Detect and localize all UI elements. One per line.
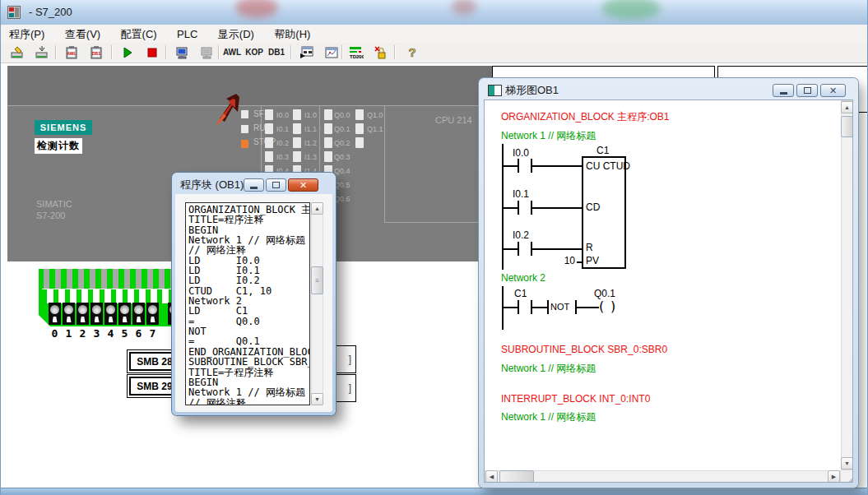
- program-edit-button[interactable]: [6, 44, 29, 61]
- stl-minimize-button[interactable]: [244, 178, 264, 192]
- stop-icon: [146, 46, 159, 59]
- scroll-right-button[interactable]: ▶: [828, 470, 840, 483]
- ladder-maximize-button[interactable]: [796, 84, 818, 97]
- input-switch-2[interactable]: [77, 303, 89, 325]
- coil-right: ): [610, 298, 615, 314]
- toolbar-separator: [165, 45, 167, 59]
- scroll-up-button[interactable]: ▲: [311, 202, 323, 215]
- input-switch-3[interactable]: [91, 303, 103, 325]
- td200-icon: TD200: [349, 46, 364, 59]
- run-icon: [121, 46, 134, 59]
- ladder-hscrollbar[interactable]: [485, 470, 841, 483]
- input-switch-6[interactable]: [132, 303, 145, 325]
- vscroll-thumb[interactable]: ≡: [311, 266, 323, 294]
- chart-window-button[interactable]: [320, 44, 343, 61]
- stl-code-editor[interactable]: ORGANIZATION_BLOCK 主程序:OB1 TITLE=程序注释 BE…: [185, 202, 310, 405]
- switch-bulb: [148, 305, 157, 314]
- menu-display[interactable]: 显示(D): [210, 25, 262, 43]
- help-button[interactable]: ?: [401, 44, 424, 61]
- stl-vscrollbar[interactable]: [311, 202, 323, 405]
- i1-led-column: [293, 109, 301, 176]
- ladder-canvas: ORGANIZATION_BLOCK 主程序:OB1 Network 1 // …: [484, 99, 853, 483]
- menu-config[interactable]: 配置(C): [113, 25, 165, 43]
- svg-text:DB1: DB1: [92, 51, 100, 56]
- td200-button[interactable]: TD200: [345, 44, 368, 61]
- scroll-up-button[interactable]: ▲: [841, 101, 853, 113]
- int-block-header: INTERRUPT_BLOCK INT_0:INT0: [501, 393, 650, 405]
- chart-window-icon: [325, 46, 338, 59]
- mouse-cursor: [208, 90, 246, 132]
- ctud-pv-input: PV: [586, 255, 599, 266]
- not-bar: [547, 300, 549, 314]
- panel-divider: [7, 105, 492, 106]
- stop-led: [241, 140, 248, 148]
- counter-name: C1: [596, 145, 609, 156]
- awl-view-button[interactable]: AWL: [221, 44, 243, 61]
- glass-smudge: [452, 0, 476, 15]
- not-symbol: NOT: [550, 302, 569, 312]
- ladder-window: 梯形图OB1 ✕ ORGANIZATION_BLOCK 主程序:OB1 Netw…: [479, 78, 858, 488]
- ctud-r-input: R: [586, 242, 593, 253]
- program-download-button[interactable]: [30, 44, 53, 61]
- stl-client-area: ORGANIZATION_BLOCK 主程序:OB1 TITLE=程序注释 BE…: [175, 194, 332, 412]
- ladder-close-button[interactable]: ✕: [820, 84, 846, 97]
- help-icon: ?: [406, 46, 419, 59]
- input-switch-7[interactable]: [146, 303, 159, 325]
- resize-grip[interactable]: ◢: [841, 470, 853, 483]
- unlock-button[interactable]: [369, 44, 392, 61]
- hscroll-thumb[interactable]: [499, 470, 534, 483]
- simatic-label: SIMATIC: [36, 199, 72, 209]
- td200-label: TD200: [350, 54, 364, 59]
- toolbar-separator: [394, 45, 396, 59]
- stl-maximize-button[interactable]: [266, 178, 286, 192]
- menu-plc[interactable]: PLC: [169, 25, 206, 44]
- menu-help[interactable]: 帮助(H): [266, 25, 318, 43]
- switch-bulb: [92, 305, 101, 314]
- scroll-down-button[interactable]: ▼: [311, 393, 323, 405]
- terminal-pins: [44, 269, 183, 290]
- stop-button[interactable]: [141, 44, 164, 61]
- input-switch-4[interactable]: [104, 303, 117, 325]
- data-block-button[interactable]: DB1: [85, 44, 108, 61]
- monitor-on-button[interactable]: [170, 44, 193, 61]
- vscroll-thumb[interactable]: [841, 116, 853, 137]
- menu-program[interactable]: 程序(P): [1, 25, 53, 43]
- stl-close-button[interactable]: ✕: [288, 178, 318, 192]
- stl-block-button[interactable]: AWL: [60, 44, 83, 61]
- i0-led-column: [265, 109, 273, 176]
- titlebar[interactable]: - S7_200: [1, 0, 868, 25]
- scroll-left-button[interactable]: ◀: [485, 470, 498, 483]
- program-edit-icon: [11, 46, 24, 59]
- program-download-icon: [35, 46, 49, 59]
- window-bottom-frame: [1, 488, 868, 495]
- kop-view-button[interactable]: KOP: [244, 44, 264, 61]
- switch-bulb: [106, 305, 115, 314]
- monitor-off-button[interactable]: [195, 44, 218, 61]
- ladder-vscrollbar[interactable]: [841, 100, 853, 470]
- contact-label: I0.1: [513, 188, 529, 200]
- q0-labels: Q0.0Q0.1Q0.2Q0.3Q0.4Q0.5Q0.6: [334, 109, 350, 207]
- run-button[interactable]: [116, 44, 139, 61]
- cpu-box-edge: [384, 105, 385, 222]
- switch-bulb: [120, 305, 129, 314]
- sbr-block-header: SUBROUTINE_BLOCK SBR_0:SBR0: [501, 344, 667, 355]
- scroll-down-button[interactable]: ▼: [841, 457, 853, 470]
- flowchart-button[interactable]: [295, 44, 318, 61]
- pot-slot: ]: [348, 353, 351, 365]
- siemens-logo: SIEMENS: [35, 120, 92, 135]
- input-switch-0[interactable]: [49, 303, 61, 325]
- pv-value: 10: [557, 255, 575, 266]
- stl-window-titlebar[interactable]: 程序块 (OB1) ✕: [172, 173, 336, 194]
- toolbar-separator: [290, 45, 292, 59]
- pot-slot: ]: [348, 382, 351, 394]
- ctud-title: CU CTUD: [586, 160, 630, 172]
- stl-window: 程序块 (OB1) ✕ ORGANIZATION_BLOCK 主程序:OB1 T…: [172, 173, 336, 415]
- menu-view[interactable]: 查看(V): [57, 25, 109, 43]
- ladder-window-titlebar[interactable]: 梯形图OB1 ✕: [479, 78, 858, 99]
- input-switch-1[interactable]: [63, 303, 75, 325]
- input-switch-5[interactable]: [118, 303, 131, 325]
- db1-view-button[interactable]: DB1: [266, 44, 287, 61]
- window-title: - S7_200: [29, 6, 72, 18]
- ladder-minimize-button[interactable]: [773, 84, 794, 97]
- contact-label: I0.0: [513, 147, 529, 159]
